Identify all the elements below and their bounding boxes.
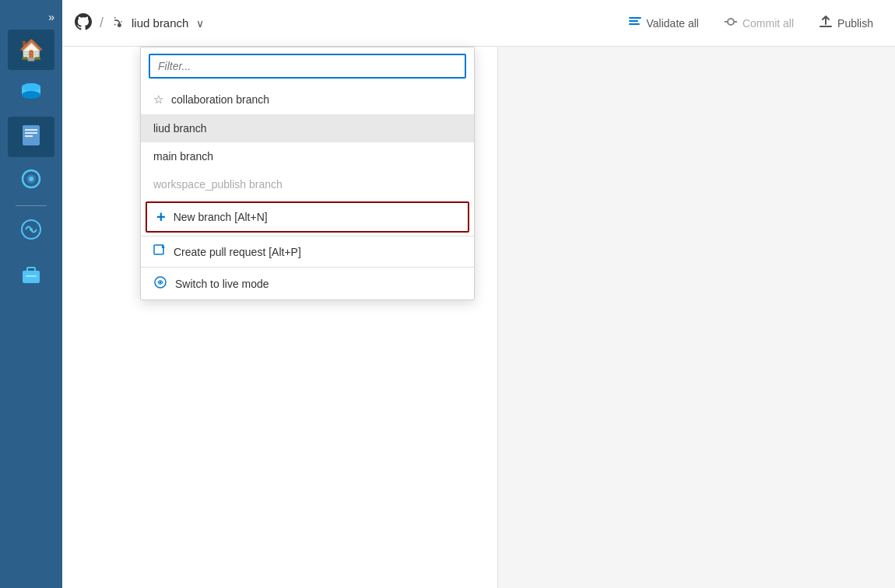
branch-label-liud: liud branch <box>153 122 207 135</box>
monitor-icon <box>19 218 43 244</box>
svg-point-19 <box>728 19 734 25</box>
branch-label-workspace-publish: workspace_publish branch <box>153 178 283 191</box>
sidebar-divider <box>16 205 47 206</box>
svg-point-12 <box>30 228 33 231</box>
sidebar-item-pipeline[interactable] <box>8 160 54 201</box>
svg-rect-17 <box>629 20 638 22</box>
validate-all-label: Validate all <box>647 17 699 30</box>
create-pull-request-label: Create pull request [Alt+P] <box>174 246 301 258</box>
commit-icon <box>724 15 738 32</box>
svg-point-2 <box>22 91 40 99</box>
sidebar-item-toolbox[interactable] <box>8 254 54 295</box>
branch-dropdown: ☆ collaboration branch liud branch main … <box>140 47 475 300</box>
left-panel: 5 ☆ collaboration branch liud branch <box>62 47 498 588</box>
home-icon: 🏠 <box>19 38 44 62</box>
publish-button[interactable]: Publish <box>809 10 883 37</box>
create-pull-request-button[interactable]: Create pull request [Alt+P] <box>141 236 474 267</box>
validate-icon <box>628 15 642 32</box>
main-area: / liud branch ∨ Validate all <box>62 0 895 588</box>
sidebar-item-document[interactable] <box>8 117 54 157</box>
filter-wrapper <box>141 47 474 85</box>
plus-icon: + <box>156 209 166 225</box>
svg-point-10 <box>29 177 33 181</box>
branch-item-collaboration[interactable]: ☆ collaboration branch <box>141 85 474 114</box>
svg-rect-16 <box>629 17 641 19</box>
right-panel <box>498 47 895 588</box>
topbar-branch-name: liud branch <box>132 16 188 30</box>
svg-rect-15 <box>26 275 37 277</box>
branch-label-collaboration: collaboration branch <box>171 93 269 106</box>
pull-request-icon <box>153 244 166 259</box>
document-icon <box>19 124 43 150</box>
sidebar-item-home[interactable]: 🏠 <box>8 30 54 70</box>
svg-rect-7 <box>25 135 33 137</box>
branch-item-main[interactable]: main branch <box>141 142 474 170</box>
svg-rect-6 <box>25 132 37 134</box>
branch-item-workspace-publish: workspace_publish branch <box>141 170 474 198</box>
publish-label: Publish <box>837 17 873 30</box>
switch-live-mode-label: Switch to live mode <box>175 278 269 290</box>
svg-rect-5 <box>25 129 37 131</box>
publish-icon <box>819 15 833 32</box>
sidebar-item-database[interactable] <box>8 73 54 114</box>
validate-all-button[interactable]: Validate all <box>619 10 708 37</box>
sidebar-item-monitor[interactable] <box>8 211 54 251</box>
svg-point-25 <box>160 282 162 284</box>
sidebar-collapse-button[interactable]: » <box>44 6 59 28</box>
database-icon <box>19 79 44 107</box>
branch-item-liud[interactable]: liud branch <box>141 114 474 142</box>
live-mode-icon <box>153 275 167 292</box>
star-icon: ☆ <box>153 93 163 107</box>
svg-point-3 <box>22 83 40 91</box>
topbar: / liud branch ∨ Validate all <box>62 0 895 47</box>
topbar-separator: / <box>100 15 104 31</box>
switch-live-mode-button[interactable]: Switch to live mode <box>141 268 474 299</box>
svg-rect-22 <box>820 26 832 27</box>
svg-rect-18 <box>629 23 640 25</box>
new-branch-button[interactable]: + New branch [Alt+N] <box>146 201 469 233</box>
branch-label-main: main branch <box>153 150 213 163</box>
filter-input[interactable] <box>149 54 466 79</box>
github-icon <box>75 13 92 33</box>
branch-icon <box>111 15 125 32</box>
svg-rect-14 <box>27 268 35 272</box>
commit-all-label: Commit all <box>742 17 794 30</box>
pipeline-icon <box>19 167 43 194</box>
topbar-dropdown-toggle[interactable]: ∨ <box>196 17 204 30</box>
new-branch-label: New branch [Alt+N] <box>174 211 268 223</box>
toolbox-icon <box>19 261 43 288</box>
content-area: 5 ☆ collaboration branch liud branch <box>62 47 895 588</box>
sidebar: » 🏠 <box>0 0 62 588</box>
commit-all-button[interactable]: Commit all <box>714 10 803 37</box>
